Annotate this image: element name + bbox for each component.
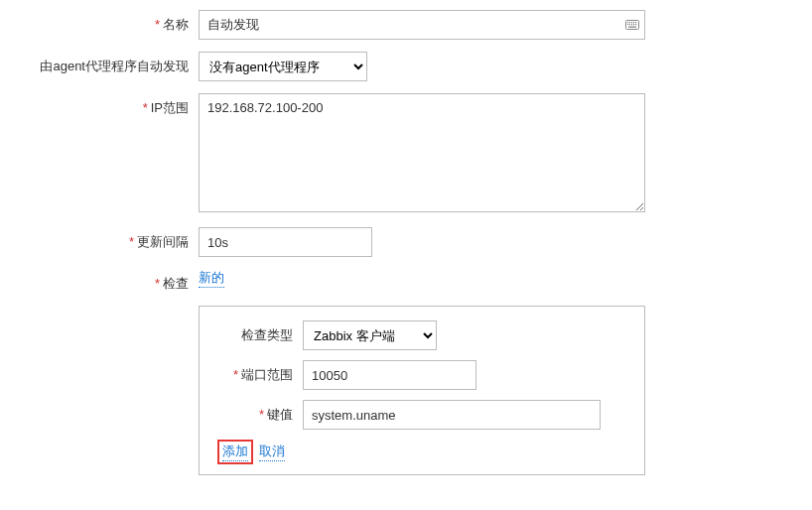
- cancel-link[interactable]: 取消: [259, 443, 285, 461]
- check-label: *检查: [0, 269, 199, 293]
- key-input[interactable]: [303, 400, 601, 430]
- ip-range-textarea[interactable]: 192.168.72.100-200: [199, 93, 645, 212]
- ip-range-label: *IP范围: [0, 93, 199, 117]
- update-interval-label: *更新间隔: [0, 227, 199, 251]
- check-type-label: 检查类型: [217, 326, 303, 344]
- port-range-input[interactable]: [303, 360, 476, 390]
- key-label: *键值: [217, 406, 303, 424]
- new-link[interactable]: 新的: [199, 269, 224, 288]
- add-link[interactable]: 添加: [222, 443, 248, 461]
- check-panel: 检查类型 Zabbix 客户端 *端口范围 *键值: [199, 306, 645, 475]
- name-input[interactable]: [199, 10, 645, 40]
- agent-select[interactable]: 没有agent代理程序: [199, 52, 367, 81]
- add-highlight: 添加: [217, 440, 253, 464]
- name-label: *名称: [0, 10, 199, 34]
- agent-discover-label: 由agent代理程序自动发现: [0, 52, 199, 75]
- port-range-label: *端口范围: [217, 366, 303, 384]
- check-type-select[interactable]: Zabbix 客户端: [303, 320, 437, 350]
- update-interval-input[interactable]: [199, 227, 372, 257]
